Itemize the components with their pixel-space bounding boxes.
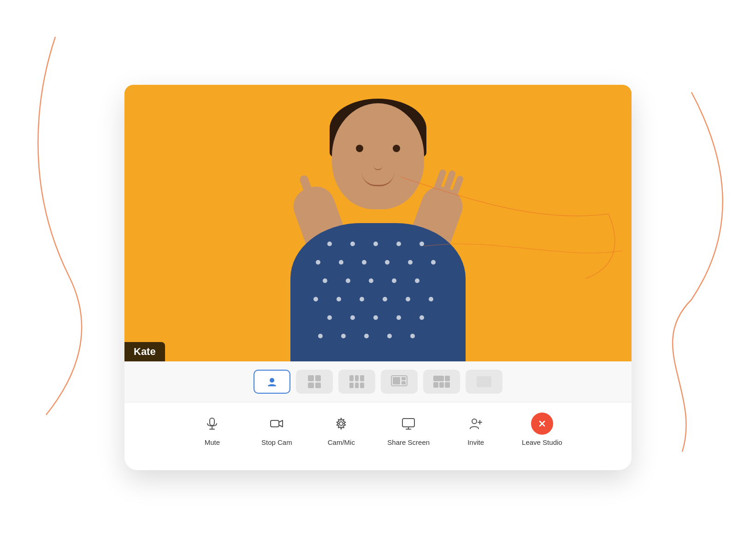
video-app: Kate	[124, 85, 632, 470]
microphone-icon	[201, 413, 223, 435]
view-selector	[124, 361, 632, 402]
person-body	[290, 223, 466, 361]
view-grid2x2-button[interactable]	[296, 370, 333, 394]
monitor-icon	[397, 413, 419, 435]
leave-icon	[531, 413, 553, 435]
invite-button[interactable]: Invite	[457, 413, 494, 446]
add-person-icon	[465, 413, 487, 435]
view-layout4-button[interactable]	[381, 370, 418, 394]
svg-point-13	[472, 419, 477, 424]
video-background	[124, 85, 632, 361]
participant-video	[263, 94, 493, 361]
settings-icon	[330, 413, 352, 435]
invite-label: Invite	[467, 438, 484, 446]
camera-icon	[266, 413, 288, 435]
svg-rect-10	[402, 419, 414, 427]
svg-rect-8	[271, 420, 279, 427]
view-layout5-button[interactable]	[423, 370, 460, 394]
stop-cam-label: Stop Cam	[261, 438, 292, 446]
cam-mic-button[interactable]: Cam/Mic	[323, 413, 360, 446]
svg-rect-3	[402, 377, 406, 380]
leave-studio-label: Leave Studio	[522, 438, 562, 446]
svg-point-0	[270, 378, 274, 383]
mute-button[interactable]: Mute	[194, 413, 230, 446]
leave-studio-button[interactable]: Leave Studio	[522, 413, 562, 446]
cam-mic-label: Cam/Mic	[328, 438, 355, 446]
svg-rect-2	[393, 377, 400, 384]
view-grid3x3-button[interactable]	[338, 370, 375, 394]
view-single-button[interactable]	[254, 370, 290, 394]
video-area: Kate	[124, 85, 632, 361]
control-bar: Mute Stop Cam Cam/Mic	[124, 402, 632, 456]
share-screen-button[interactable]: Share Screen	[387, 413, 430, 446]
view-layout6-button[interactable]	[466, 370, 502, 394]
stop-cam-button[interactable]: Stop Cam	[258, 413, 295, 446]
mute-label: Mute	[205, 438, 220, 446]
person-head	[332, 103, 424, 209]
share-screen-label: Share Screen	[387, 438, 430, 446]
svg-rect-4	[402, 381, 406, 384]
svg-point-9	[339, 422, 343, 425]
participant-name-badge: Kate	[124, 342, 165, 361]
svg-rect-5	[210, 418, 214, 425]
